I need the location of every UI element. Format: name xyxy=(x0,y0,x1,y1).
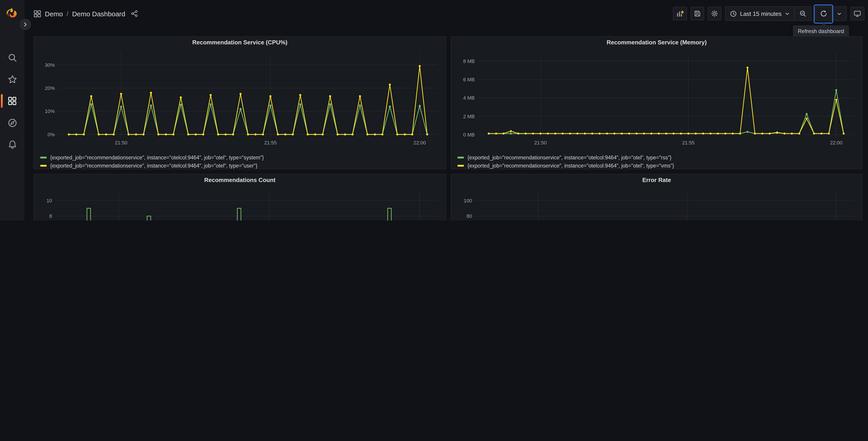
star-icon xyxy=(7,75,17,84)
legend-series-label: {exported_job="recommendationservice", i… xyxy=(50,163,257,169)
legend-item[interactable]: {exported_job="recommendationservice", i… xyxy=(40,153,443,161)
panel-title[interactable]: Recommendation Service (Memory) xyxy=(451,37,862,49)
panel: Recommendation Service (CPU%)0%10%20%30%… xyxy=(33,36,446,169)
svg-text:21:50: 21:50 xyxy=(534,140,547,146)
top-nav-bar: Demo / Demo Dashboard Last 15 minutes xyxy=(25,0,868,27)
sidebar: ? xyxy=(0,0,25,220)
time-range-label: Last 15 minutes xyxy=(740,10,781,17)
legend-item[interactable]: {exported_job="recommendationservice", i… xyxy=(458,161,859,169)
svg-text:20%: 20% xyxy=(45,85,55,91)
save-dashboard-button[interactable] xyxy=(691,7,704,20)
svg-text:21:50: 21:50 xyxy=(115,140,127,146)
refresh-tooltip: Refresh dashboard xyxy=(793,25,849,37)
zoom-out-time-button[interactable] xyxy=(794,7,811,20)
panel-title[interactable]: Recommendation Service (CPU%) xyxy=(34,37,446,49)
share-icon[interactable] xyxy=(131,10,138,17)
svg-text:10: 10 xyxy=(46,198,52,204)
svg-text:0 MB: 0 MB xyxy=(463,132,475,138)
svg-text:8: 8 xyxy=(49,213,52,219)
chart-svg[interactable]: 0 MB2 MB4 MB6 MB8 MB21:5021:5522:00 xyxy=(455,49,859,150)
svg-text:22:00: 22:00 xyxy=(413,140,426,146)
svg-text:2 MB: 2 MB xyxy=(463,114,475,119)
panel-legend: {exported_job="recommendationservice", i… xyxy=(40,153,443,169)
legend-series-color-chip xyxy=(458,157,464,158)
svg-text:80: 80 xyxy=(467,213,472,219)
svg-text:100: 100 xyxy=(464,198,472,204)
svg-text:21:55: 21:55 xyxy=(264,140,277,146)
svg-text:8 MB: 8 MB xyxy=(463,58,475,64)
panel: Recommendations Count024681021:5021:5522… xyxy=(33,174,446,220)
svg-text:6 MB: 6 MB xyxy=(463,77,475,82)
svg-text:22:00: 22:00 xyxy=(830,140,842,146)
sidebar-item-alerting[interactable] xyxy=(0,136,25,153)
add-panel-button[interactable] xyxy=(673,7,687,20)
chevron-down-icon xyxy=(785,11,790,16)
grafana-app: ? Demo / Demo Dashboard xyxy=(0,0,868,220)
legend-item[interactable]: {exported_job="recommendationservice", i… xyxy=(40,161,443,169)
svg-text:0%: 0% xyxy=(48,132,55,138)
sidebar-expand-button[interactable] xyxy=(20,19,31,30)
time-range-picker[interactable]: Last 15 minutes xyxy=(725,7,794,20)
dashboard-settings-button[interactable] xyxy=(708,7,721,20)
chevron-right-icon xyxy=(23,22,28,27)
chart-svg[interactable]: 0%10%20%30%21:5021:5522:00 xyxy=(37,49,443,150)
legend-series-color-chip xyxy=(458,165,464,167)
dashboards-breadcrumb-icon[interactable] xyxy=(33,10,41,18)
dashboard-toolbar: Last 15 minutes Refresh dashboard xyxy=(673,7,864,20)
time-controls-group: Last 15 minutes xyxy=(725,6,811,21)
panel-title[interactable]: Error Rate xyxy=(451,174,862,186)
chevron-down-icon xyxy=(837,11,842,16)
legend-series-label: {exported_job="recommendationservice", i… xyxy=(467,163,674,169)
breadcrumb: Demo / Demo Dashboard xyxy=(33,0,138,27)
monitor-icon xyxy=(854,10,861,18)
legend-series-color-chip xyxy=(40,157,46,158)
sidebar-item-starred[interactable] xyxy=(0,70,25,88)
refresh-dashboard-button[interactable] xyxy=(815,7,832,20)
breadcrumb-root[interactable]: Demo xyxy=(45,10,63,18)
breadcrumb-current: Demo Dashboard xyxy=(72,10,125,18)
svg-text:30%: 30% xyxy=(45,62,55,68)
legend-series-label: {exported_job="recommendationservice", i… xyxy=(467,155,672,160)
refresh-interval-dropdown[interactable] xyxy=(832,7,846,20)
breadcrumb-separator: / xyxy=(66,10,68,18)
svg-text:10%: 10% xyxy=(45,109,55,114)
sidebar-item-explore[interactable] xyxy=(0,114,25,131)
panel: Error Rate02040608010021:5021:5522:00{in… xyxy=(451,174,863,220)
sidebar-item-search[interactable] xyxy=(0,49,25,66)
grafana-logo-icon[interactable] xyxy=(6,6,19,19)
panel-title[interactable]: Recommendations Count xyxy=(34,174,446,186)
panel-legend: {exported_job="recommendationservice", i… xyxy=(458,153,859,169)
svg-text:21:55: 21:55 xyxy=(682,140,695,146)
search-icon xyxy=(7,53,17,62)
bell-icon xyxy=(7,140,17,149)
svg-text:4 MB: 4 MB xyxy=(463,95,475,101)
sidebar-item-dashboards[interactable] xyxy=(0,92,25,110)
compass-icon xyxy=(7,118,17,127)
panel: Recommendation Service (Memory)0 MB2 MB4… xyxy=(451,36,863,169)
clock-icon xyxy=(730,10,737,17)
dashboards-grid-icon xyxy=(8,96,17,106)
zoom-out-icon xyxy=(799,10,806,17)
active-indicator xyxy=(1,94,3,108)
refresh-icon xyxy=(820,10,827,17)
chart-svg[interactable]: 024681021:5021:5522:00 xyxy=(37,186,443,220)
legend-series-color-chip xyxy=(40,165,46,167)
chart-svg[interactable]: 02040608010021:5021:5522:00 xyxy=(455,186,859,220)
cycle-view-mode-button[interactable] xyxy=(850,7,864,20)
legend-item[interactable]: {exported_job="recommendationservice", i… xyxy=(458,153,859,161)
legend-series-label: {exported_job="recommendationservice", i… xyxy=(50,155,264,160)
refresh-controls-group: Refresh dashboard xyxy=(815,6,847,21)
